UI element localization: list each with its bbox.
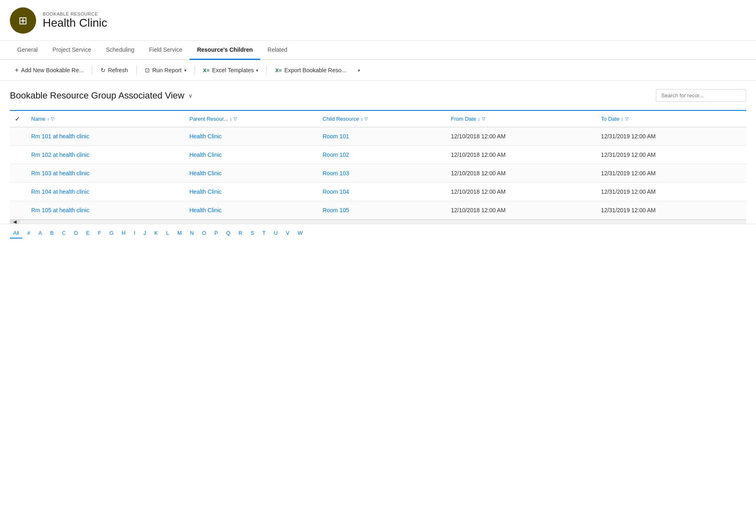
alpha-btn-p[interactable]: P (211, 228, 221, 238)
toolbar-separator-2 (136, 65, 137, 75)
col-to-date: To Date ↕ ▽ (596, 110, 746, 127)
alpha-btn-u[interactable]: U (270, 228, 281, 238)
excel-templates-button[interactable]: X≡ Excel Templates ▾ (198, 64, 263, 76)
name-link[interactable]: Rm 101 at health clinic (31, 133, 89, 140)
alpha-btn-l[interactable]: L (163, 228, 172, 238)
alpha-btn-b[interactable]: B (47, 228, 57, 238)
table-header-row: ✓ Name ↑ ▽ Parent Resour... ↕ ▽ (10, 110, 746, 127)
child-resource-link[interactable]: Room 104 (323, 188, 349, 195)
tab-resources-children[interactable]: Resource's Children (190, 41, 260, 60)
col-child-sort-icon[interactable]: ↕ (361, 117, 363, 122)
cell-parent-resource: Health Clinic (184, 127, 318, 146)
export-button[interactable]: X≡ Export Bookable Reso... (270, 64, 351, 76)
alpha-btn-a[interactable]: A (35, 228, 46, 238)
refresh-button[interactable]: ↻ Refresh (96, 64, 133, 76)
child-resource-link[interactable]: Room 101 (323, 133, 349, 140)
cell-name: Rm 104 at health clinic (26, 183, 184, 201)
tab-field-service[interactable]: Field Service (142, 41, 190, 60)
cell-child-resource: Room 101 (318, 127, 446, 146)
name-link[interactable]: Rm 103 at health clinic (31, 170, 89, 177)
parent-resource-link[interactable]: Health Clinic (189, 133, 222, 140)
cell-from-date: 12/10/2018 12:00 AM (446, 164, 596, 183)
cell-to-date: 12/31/2019 12:00 AM (596, 183, 746, 201)
avatar-icon: ⊞ (18, 14, 27, 27)
alpha-btn-#[interactable]: # (24, 228, 33, 238)
add-new-button[interactable]: + Add New Bookable Re... (10, 64, 89, 76)
name-link[interactable]: Rm 104 at health clinic (31, 188, 89, 195)
tab-general[interactable]: General (10, 41, 45, 60)
main-content: Bookable Resource Group Associated View … (0, 81, 756, 224)
col-from-date-filter-icon[interactable]: ▽ (482, 116, 485, 122)
export-icon: X≡ (275, 67, 282, 73)
row-checkbox-cell (10, 164, 26, 183)
cell-parent-resource: Health Clinic (184, 146, 318, 164)
col-name: Name ↑ ▽ (26, 110, 184, 127)
alpha-btn-t[interactable]: T (259, 228, 269, 238)
tab-scheduling[interactable]: Scheduling (99, 41, 142, 60)
report-icon: ⊡ (145, 67, 150, 73)
entity-name-title: Health Clinic (43, 16, 107, 30)
col-from-date-sort-icon[interactable]: ↕ (478, 117, 480, 122)
view-title-text: Bookable Resource Group Associated View (10, 90, 184, 101)
cell-name: Rm 101 at health clinic (26, 127, 184, 146)
alpha-btn-all[interactable]: All (10, 228, 22, 238)
add-new-label: Add New Bookable Re... (21, 67, 84, 73)
alpha-btn-c[interactable]: C (59, 228, 69, 238)
view-title-dropdown-icon[interactable]: ∨ (188, 92, 192, 99)
excel-icon: X≡ (203, 67, 210, 73)
excel-chevron: ▾ (256, 68, 258, 73)
alpha-btn-d[interactable]: D (71, 228, 81, 238)
child-resource-link[interactable]: Room 105 (323, 207, 349, 213)
scroll-left-button[interactable]: ◀ (10, 220, 20, 224)
cell-to-date: 12/31/2019 12:00 AM (596, 127, 746, 146)
child-resource-link[interactable]: Room 102 (323, 151, 349, 158)
col-parent-resource: Parent Resour... ↕ ▽ (184, 110, 318, 127)
alpha-btn-q[interactable]: Q (223, 228, 234, 238)
child-resource-link[interactable]: Room 103 (323, 170, 349, 177)
row-checkbox-cell (10, 127, 26, 146)
parent-resource-link[interactable]: Health Clinic (189, 170, 222, 177)
parent-resource-link[interactable]: Health Clinic (189, 188, 222, 195)
alpha-btn-f[interactable]: F (94, 228, 104, 238)
tab-project-service[interactable]: Project Service (45, 41, 99, 60)
alpha-btn-w[interactable]: W (294, 228, 306, 238)
select-all-checkbox[interactable]: ✓ (15, 115, 20, 122)
alpha-btn-o[interactable]: O (199, 228, 209, 238)
alpha-btn-r[interactable]: R (235, 228, 245, 238)
alpha-btn-h[interactable]: H (119, 228, 129, 238)
plus-icon: + (15, 66, 18, 74)
alpha-btn-i[interactable]: I (131, 228, 139, 238)
search-input[interactable] (656, 89, 746, 102)
name-link[interactable]: Rm 102 at health clinic (31, 151, 89, 158)
alpha-btn-s[interactable]: S (247, 228, 258, 238)
col-parent-sort-icon[interactable]: ↕ (229, 117, 232, 122)
run-report-label: Run Report (152, 67, 182, 73)
toolbar: + Add New Bookable Re... ↻ Refresh ⊡ Run… (0, 60, 756, 81)
cell-name: Rm 105 at health clinic (26, 201, 184, 220)
col-child-resource-label: Child Resource (323, 116, 359, 122)
col-child-filter-icon[interactable]: ▽ (364, 116, 368, 122)
horizontal-scrollbar[interactable]: ◀ (10, 220, 746, 224)
col-name-sort-icon[interactable]: ↑ (47, 117, 50, 122)
alpha-btn-k[interactable]: K (151, 228, 161, 238)
col-to-date-filter-icon[interactable]: ▽ (625, 116, 628, 122)
alpha-btn-m[interactable]: M (174, 228, 185, 238)
col-to-date-sort-icon[interactable]: ↕ (621, 117, 623, 122)
more-options-button[interactable]: ▾ (353, 66, 365, 75)
col-name-filter-icon[interactable]: ▽ (51, 116, 54, 122)
run-report-button[interactable]: ⊡ Run Report ▾ (140, 64, 191, 76)
parent-resource-link[interactable]: Health Clinic (189, 207, 222, 213)
alpha-btn-v[interactable]: V (283, 228, 293, 238)
alpha-nav: All#ABCDEFGHIJKLMNOPQRSTUVW (0, 224, 756, 243)
cell-from-date: 12/10/2018 12:00 AM (446, 127, 596, 146)
tab-related[interactable]: Related (260, 41, 295, 60)
parent-resource-link[interactable]: Health Clinic (189, 151, 222, 158)
col-parent-filter-icon[interactable]: ▽ (234, 116, 237, 122)
cell-name: Rm 103 at health clinic (26, 164, 184, 183)
cell-parent-resource: Health Clinic (184, 164, 318, 183)
alpha-btn-g[interactable]: G (106, 228, 117, 238)
alpha-btn-n[interactable]: N (187, 228, 197, 238)
name-link[interactable]: Rm 105 at health clinic (31, 207, 89, 213)
alpha-btn-j[interactable]: J (140, 228, 150, 238)
alpha-btn-e[interactable]: E (83, 228, 93, 238)
